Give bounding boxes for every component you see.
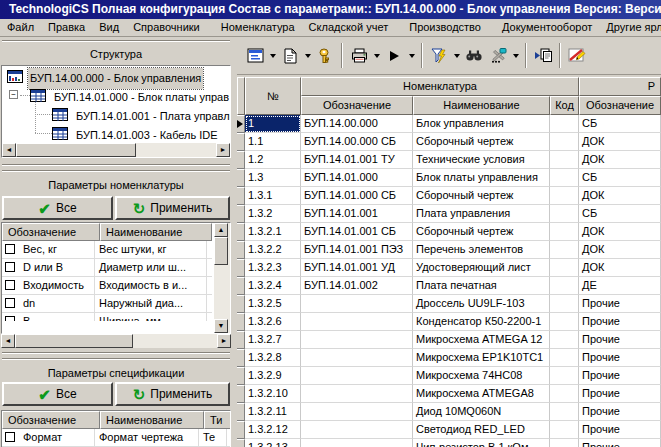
table-cell[interactable]: Прочие [579,439,661,447]
table-row[interactable]: 1.3.2.7Микросхема ATMEGA 12Прочие [237,331,661,349]
table-cell[interactable]: БУП.14.01.001 [301,205,413,223]
param-row[interactable]: ВШирина, мм... [2,313,212,321]
table-row[interactable]: 1.3.2.10Микросхема ATMEGA8Прочие [237,385,661,403]
table-cell[interactable]: БУП.14.01.002 [301,277,413,295]
checkbox[interactable] [5,432,15,442]
table-cell[interactable]: Удостоверяющий лист [413,259,550,277]
table-row[interactable]: 1.3.2.13Чип-резистор В 1 кОмПрочие [237,439,661,447]
row-gutter[interactable] [237,115,245,133]
form-view-dropdown[interactable] [267,44,278,67]
table-cell[interactable] [301,403,413,421]
menu-item-4[interactable]: Номенклатура [214,19,302,36]
table-row[interactable]: 1.3.2.3БУП.14.01.001 УДУдостоверяющий ли… [237,259,661,277]
splitter[interactable] [2,164,230,166]
table-cell[interactable]: Прочие [579,295,661,313]
table-row[interactable]: 1.3.2.8Микросхема EP1K10TC1Прочие [237,349,661,367]
run-button[interactable] [382,44,406,67]
column-header-num[interactable]: № [245,77,301,115]
table-cell[interactable]: Прочие [579,421,661,439]
table-cell[interactable]: ДОК [579,223,661,241]
table-cell[interactable]: Сборочный чертеж [413,133,550,151]
menu-item-1[interactable]: Правка [41,19,92,36]
row-gutter[interactable] [237,133,245,151]
table-cell[interactable]: ДОК [579,133,661,151]
table-row[interactable]: 1.3.2.11Диод 10MQ060NПрочие [237,403,661,421]
column-header[interactable]: Ти [204,411,231,429]
table-row[interactable]: 1.3.1БУП.14.01.000 СБСборочный чертежДОК [237,187,661,205]
table-cell[interactable]: ДОК [579,241,661,259]
nom-vscrollbar[interactable]: ▲ ▼ [214,223,230,333]
table-cell[interactable]: Прочие [579,349,661,367]
table-cell[interactable]: 1 [245,115,301,133]
column-header[interactable]: Наименование [100,411,204,429]
table-cell[interactable]: Конденсатор К50-2200-1 [413,313,550,331]
table-cell[interactable] [550,187,579,205]
table-cell[interactable] [550,349,579,367]
menu-item-5[interactable]: Складской учет [302,19,396,36]
edit-marked-button[interactable] [565,44,589,67]
table-cell[interactable]: Диод 10MQ060N [413,403,550,421]
table-cell[interactable]: БУП.14.00.000 [301,115,413,133]
table-cell[interactable]: БУП.14.01.001 ПЭЗ [301,241,413,259]
row-gutter[interactable] [237,151,245,169]
table-cell[interactable] [550,421,579,439]
filter-button[interactable] [427,44,451,67]
table-cell[interactable]: Микросхема 74HC08 [413,367,550,385]
table-cell[interactable] [550,241,579,259]
table-cell[interactable] [550,313,579,331]
table-cell[interactable]: Чип-резистор В 1 кОм [413,439,550,447]
nom-vscroll-thumb[interactable] [214,237,228,265]
table-row[interactable]: 1.3.2.2БУП.14.01.001 ПЭЗПеречень элемент… [237,241,661,259]
table-row[interactable]: 1.3.2.12Светодиод RED_LEDПрочие [237,421,661,439]
spec-all-button[interactable]: ✔ Все [2,382,113,406]
row-gutter[interactable] [237,403,245,421]
table-cell[interactable]: Прочие [579,331,661,349]
tree-node[interactable]: −БУП.14.01.000 - Блок платы управ [2,86,230,105]
print-button[interactable] [347,44,371,67]
table-cell[interactable]: ДЕ [579,277,661,295]
param-row[interactable]: D или ВДиаметр или ш... [2,259,212,277]
row-gutter[interactable] [237,169,245,187]
table-cell[interactable]: СБ [579,205,661,223]
table-cell[interactable] [550,403,579,421]
table-cell[interactable] [550,205,579,223]
tree-node[interactable]: БУП.14.01.003 - Кабель IDE [2,124,230,143]
checkbox[interactable] [5,298,15,308]
table-row[interactable]: 1.2БУП.14.01.001 ТУТехнические условияДО… [237,151,661,169]
table-cell[interactable] [550,385,579,403]
table-cell[interactable]: Прочие [579,403,661,421]
menu-item-3[interactable]: Справочники [126,19,207,36]
checkbox[interactable] [5,244,15,254]
table-cell[interactable] [550,295,579,313]
group-header-section[interactable]: Р [579,77,661,96]
table-cell[interactable]: 1.3.2.5 [245,295,301,313]
table-cell[interactable]: БУП.14.01.001 СБ [301,223,413,241]
filter-dropdown[interactable] [451,44,462,67]
table-cell[interactable]: Прочие [579,367,661,385]
column-header-designation[interactable]: Обозначение [301,96,413,115]
row-gutter[interactable] [237,259,245,277]
table-cell[interactable]: Светодиод RED_LED [413,421,550,439]
param-row[interactable]: Вес, кгВес штуки, кг [2,241,212,259]
table-row[interactable]: 1.3.2.6Конденсатор К50-2200-1Прочие [237,313,661,331]
table-cell[interactable]: Блок управления [413,115,550,133]
row-gutter[interactable] [237,421,245,439]
table-cell[interactable]: 1.3.2.6 [245,313,301,331]
table-cell[interactable] [550,277,579,295]
row-gutter[interactable] [237,241,245,259]
tree-hscroll-thumb[interactable] [16,143,136,157]
column-header[interactable]: Обозначение [2,411,100,429]
table-cell[interactable]: Прочие [579,385,661,403]
menu-item-8[interactable]: Другие ярлыки [599,19,661,36]
table-cell[interactable] [550,169,579,187]
table-cell[interactable]: СБ [579,115,661,133]
table-cell[interactable]: ДОК [579,151,661,169]
menu-item-6[interactable]: Производство [402,19,488,36]
table-cell[interactable]: Микросхема ATMEGA8 [413,385,550,403]
param-row[interactable]: ВходимостьВходимость в и... [2,277,212,295]
table-row[interactable]: 1.3.2.9Микросхема 74HC08Прочие [237,367,661,385]
table-cell[interactable] [301,331,413,349]
row-gutter[interactable] [237,349,245,367]
tree-node[interactable]: БУП.14.01.001 - Плата управл [2,105,230,124]
row-gutter[interactable] [237,205,245,223]
